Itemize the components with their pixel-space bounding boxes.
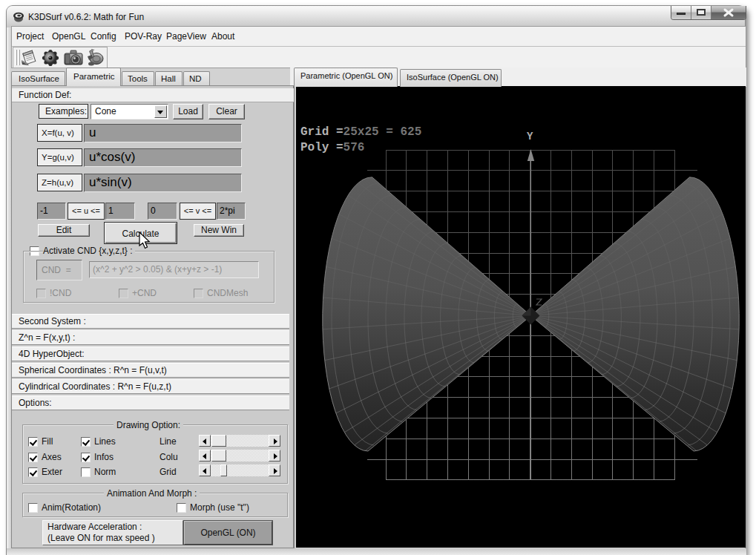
svg-text:Y: Y [527, 131, 533, 142]
svg-text:Grid =25x25 = 625: Grid =25x25 = 625 [300, 125, 421, 139]
svg-text:Poly =576: Poly =576 [300, 141, 364, 154]
